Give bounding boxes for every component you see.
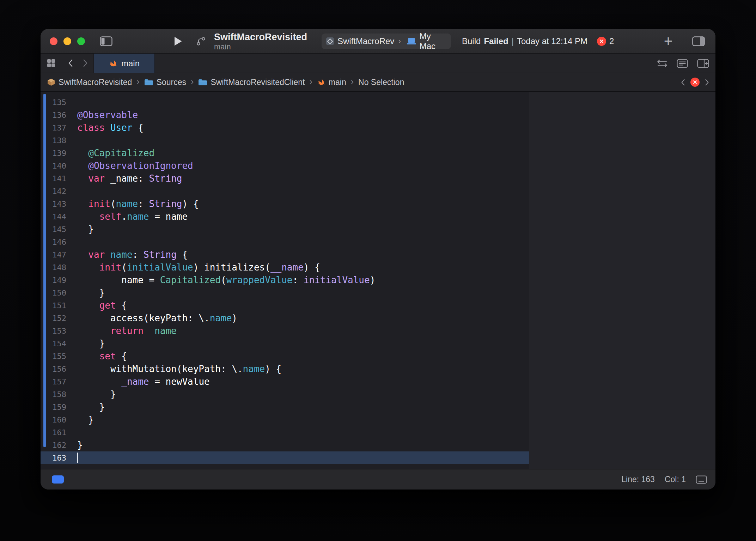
zoom-window-button[interactable] xyxy=(77,37,85,45)
line-number[interactable]: 142 xyxy=(41,187,66,196)
breadcrumb-project[interactable]: SwiftMacroRevisited xyxy=(47,78,132,87)
line-number[interactable]: 148 xyxy=(41,263,66,272)
line-number[interactable]: 153 xyxy=(41,327,66,335)
code-line[interactable]: 159 } xyxy=(41,401,529,413)
code-text[interactable]: } xyxy=(77,337,105,350)
code-line[interactable]: 141 var _name: String xyxy=(41,172,529,185)
tab-main[interactable]: main xyxy=(93,54,155,73)
breadcrumb-no-selection[interactable]: No Selection xyxy=(358,78,404,87)
code-text[interactable]: init(name: String) { xyxy=(77,197,199,210)
breakpoints-toggle-icon[interactable] xyxy=(52,475,64,484)
next-issue-button[interactable] xyxy=(705,79,709,86)
code-line[interactable]: 140 @ObservationIgnored xyxy=(41,159,529,172)
code-text[interactable]: @Capitalized xyxy=(77,147,154,159)
add-editor-icon[interactable] xyxy=(697,59,709,68)
code-text[interactable]: var name: String { xyxy=(77,248,188,261)
line-number[interactable]: 145 xyxy=(41,225,66,234)
line-number[interactable]: 141 xyxy=(41,174,66,183)
code-line[interactable]: 163 xyxy=(41,451,529,464)
line-number[interactable]: 154 xyxy=(41,339,66,348)
breadcrumb-client-folder[interactable]: SwiftMacroRevisitedClient xyxy=(198,78,305,87)
code-text[interactable]: init(initialValue) initializes(__name) { xyxy=(77,261,320,274)
code-line[interactable]: 156 withMutation(keyPath: \.name) { xyxy=(41,363,529,375)
line-number[interactable]: 147 xyxy=(41,250,66,259)
add-library-button[interactable]: + xyxy=(660,29,676,54)
code-line[interactable]: 142 xyxy=(41,185,529,197)
line-number[interactable]: 149 xyxy=(41,276,66,285)
code-text[interactable]: } xyxy=(77,286,105,299)
code-line[interactable]: 162} xyxy=(41,439,529,451)
code-line[interactable]: 146 xyxy=(41,236,529,248)
code-line[interactable]: 138 xyxy=(41,134,529,147)
line-number[interactable]: 151 xyxy=(41,301,66,310)
line-number[interactable]: 159 xyxy=(41,403,66,412)
code-line[interactable]: 144 self.name = name xyxy=(41,210,529,223)
code-line[interactable]: 155 set { xyxy=(41,350,529,363)
code-text[interactable]: set { xyxy=(77,350,127,363)
line-number[interactable]: 140 xyxy=(41,162,66,170)
editor-layout-button[interactable] xyxy=(692,36,705,46)
line-number[interactable]: 155 xyxy=(41,352,66,361)
editor-options-icon[interactable] xyxy=(677,59,688,68)
line-number[interactable]: 136 xyxy=(41,111,66,120)
line-number[interactable]: 138 xyxy=(41,136,66,145)
code-line[interactable]: 143 init(name: String) { xyxy=(41,197,529,210)
code-text[interactable]: } xyxy=(77,401,105,413)
code-text[interactable]: @Observable xyxy=(77,109,138,121)
tab-overview-button[interactable] xyxy=(47,59,55,67)
code-text[interactable]: var _name: String xyxy=(77,172,182,185)
code-line[interactable]: 154 } xyxy=(41,337,529,350)
line-number[interactable]: 137 xyxy=(41,123,66,132)
code-line[interactable]: 150 } xyxy=(41,286,529,299)
code-text[interactable]: _name = newValue xyxy=(77,375,210,388)
code-line[interactable]: 147 var name: String { xyxy=(41,248,529,261)
code-text[interactable]: __name = Capitalized(wrappedValue: initi… xyxy=(77,274,375,286)
code-line[interactable]: 149 __name = Capitalized(wrappedValue: i… xyxy=(41,274,529,286)
code-line[interactable]: 151 get { xyxy=(41,299,529,312)
activity-status-view[interactable]: Build Failed | Today at 12:14 PM xyxy=(462,29,587,54)
breadcrumb-sources[interactable]: Sources xyxy=(144,78,186,87)
previous-issue-button[interactable] xyxy=(681,79,685,86)
line-number[interactable]: 161 xyxy=(41,428,66,437)
issues-indicator[interactable]: 2 xyxy=(597,29,614,54)
breadcrumb-file-main[interactable]: main xyxy=(317,78,346,87)
scheme-selector[interactable]: SwiftMacroRev › xyxy=(326,36,401,46)
close-window-button[interactable] xyxy=(50,37,57,45)
line-number[interactable]: 143 xyxy=(41,200,66,208)
code-line[interactable]: 136@Observable xyxy=(41,109,529,121)
code-line[interactable]: 157 _name = newValue xyxy=(41,375,529,388)
code-text[interactable]: get { xyxy=(77,299,127,312)
code-text[interactable]: @ObservationIgnored xyxy=(77,159,193,172)
line-number[interactable]: 144 xyxy=(41,212,66,221)
line-number[interactable]: 160 xyxy=(41,415,66,424)
code-text[interactable]: class User { xyxy=(77,121,144,134)
code-line[interactable]: 145 } xyxy=(41,223,529,236)
line-number[interactable]: 135 xyxy=(41,98,66,107)
destination-selector[interactable]: My Mac xyxy=(407,31,447,51)
code-line[interactable]: 152 access(keyPath: \.name) xyxy=(41,312,529,324)
display-icon[interactable] xyxy=(696,475,707,484)
run-button[interactable] xyxy=(174,36,182,46)
source-editor[interactable]: 135136@Observable137class User {138139 @… xyxy=(41,92,715,469)
line-number[interactable]: 158 xyxy=(41,390,66,399)
related-items-swap-icon[interactable] xyxy=(657,60,667,67)
line-number[interactable]: 156 xyxy=(41,365,66,373)
code-text[interactable]: access(keyPath: \.name) xyxy=(77,312,237,324)
error-badge-icon[interactable] xyxy=(690,78,700,87)
code-line[interactable]: 161 xyxy=(41,426,529,439)
code-line[interactable]: 160 } xyxy=(41,413,529,426)
code-line[interactable]: 158 } xyxy=(41,388,529,401)
code-text[interactable]: } xyxy=(77,223,94,236)
go-forward-button[interactable] xyxy=(83,59,88,67)
line-number[interactable]: 150 xyxy=(41,288,66,297)
line-number[interactable]: 139 xyxy=(41,149,66,158)
line-number[interactable]: 157 xyxy=(41,377,66,386)
line-number[interactable]: 163 xyxy=(41,454,66,462)
code-text[interactable]: withMutation(keyPath: \.name) { xyxy=(77,363,281,375)
code-line[interactable]: 153 return _name xyxy=(41,324,529,337)
code-line[interactable]: 137class User { xyxy=(41,121,529,134)
go-back-button[interactable] xyxy=(68,59,73,67)
code-text[interactable]: } xyxy=(77,413,94,426)
line-number[interactable]: 146 xyxy=(41,238,66,247)
code-text[interactable]: } xyxy=(77,388,116,401)
